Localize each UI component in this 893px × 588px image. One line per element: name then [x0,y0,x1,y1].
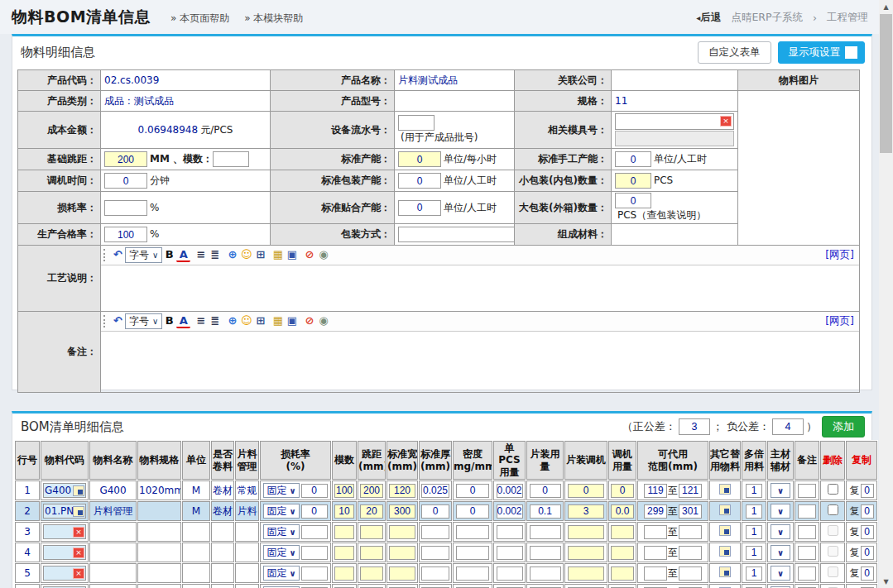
ordered-list-icon[interactable]: ≣ [208,247,222,261]
range-to-input[interactable] [679,504,702,519]
material-code-clear-icon[interactable]: × [73,568,84,579]
copy-link[interactable]: 复 [850,505,860,517]
std-thickness-input[interactable] [421,484,449,498]
adjust-usage-input[interactable] [611,504,634,519]
pcs-usage-input[interactable] [497,566,523,581]
hyperlink-globe-icon[interactable]: ⊕ [225,313,239,327]
delete-checkbox[interactable] [828,504,838,515]
std-thickness-input[interactable] [421,504,449,519]
align-icon[interactable]: ≡ [194,247,208,261]
loss-type-select[interactable]: 固定∨ [263,566,299,581]
breadcrumb-system[interactable]: 点晴ERP子系统 [731,11,803,25]
base-jump-input[interactable] [104,151,147,167]
adjust-usage-input[interactable] [611,566,634,581]
vertical-scrollbar[interactable]: ▲ ▼ [879,0,893,588]
sheet-adjust-input[interactable] [568,504,604,519]
std-thickness-input[interactable] [421,566,449,581]
scrollbar-up-icon[interactable]: ▲ [879,0,893,13]
related-mold-clear-icon[interactable]: × [720,116,732,127]
adjust-usage-input[interactable] [611,484,634,498]
loss-rate-input[interactable] [301,525,328,539]
page-help-link[interactable]: » 本页面帮助 [170,12,229,26]
adjust-usage-input[interactable] [611,525,634,539]
scrollbar-down-icon[interactable]: ▼ [879,575,893,588]
sheet-usage-input[interactable] [530,546,561,560]
row-remark-input[interactable] [798,484,816,498]
copy-link[interactable]: 复 [850,567,860,579]
row-remark-input[interactable] [798,525,816,539]
preview-eye-icon[interactable]: ◉ [316,247,330,261]
loss-rate-input[interactable] [301,566,328,581]
pcs-usage-input[interactable] [497,484,523,498]
loss-type-select[interactable]: 固定∨ [263,483,299,498]
range-from-input[interactable] [644,484,667,498]
neg-tolerance-input[interactable] [772,418,804,435]
alt-material-edit-icon[interactable] [719,525,731,536]
sheet-usage-input[interactable] [530,484,561,498]
material-code-input[interactable]: × [43,566,86,581]
table-edit-icon[interactable]: ⊞ [253,247,267,261]
webpage-link[interactable]: [网页] [825,248,854,262]
large-pack-qty-input[interactable] [615,193,651,208]
small-pack-qty-input[interactable] [615,173,651,189]
std-width-input[interactable] [389,546,415,560]
toolbar-drag-handle-icon[interactable] [103,249,106,261]
back-link[interactable]: ◂后退 [696,11,721,25]
copy-count-input[interactable] [861,546,874,560]
bold-icon[interactable]: B [162,313,176,327]
sheet-usage-input[interactable] [530,504,561,519]
modulus-input[interactable] [213,151,249,167]
density-input[interactable] [456,484,489,498]
loss-rate-input[interactable] [301,504,328,519]
display-settings-button[interactable]: 显示项设置 [778,41,866,64]
jump-distance-input[interactable] [360,484,383,498]
std-pack-capacity-input[interactable] [398,173,441,189]
webpage-link[interactable]: [网页] [825,314,854,328]
save-html-icon[interactable]: ▣ [285,313,299,327]
sheet-adjust-input[interactable] [568,546,604,560]
sheet-adjust-input[interactable] [568,525,604,539]
remark-textarea[interactable] [101,332,859,391]
row-remark-input[interactable] [798,566,816,581]
loss-rate-input[interactable] [301,546,328,560]
copy-link[interactable]: 复 [850,485,860,496]
add-row-button[interactable]: 添加 [822,416,865,437]
density-input[interactable] [456,566,489,581]
range-from-input[interactable] [644,525,667,539]
modulus-input[interactable] [334,504,354,519]
pcs-usage-input[interactable] [497,504,523,519]
emoticon-icon[interactable]: ☺ [239,313,253,327]
loss-type-select[interactable]: 固定∨ [263,504,299,519]
std-width-input[interactable] [389,525,415,539]
alt-material-edit-icon[interactable] [719,566,731,577]
modulus-input[interactable] [334,484,354,498]
copy-link[interactable]: 复 [850,526,860,538]
multi-usage-input[interactable] [746,566,762,581]
pcs-usage-input[interactable] [497,525,523,539]
process-desc-textarea[interactable] [101,265,859,310]
jump-distance-input[interactable] [360,566,383,581]
sheet-adjust-input[interactable] [568,484,604,498]
sheet-usage-input[interactable] [530,566,561,581]
loss-rate-input[interactable] [301,484,328,498]
breadcrumb-module[interactable]: 工程管理 [827,11,868,25]
modulus-input[interactable] [334,525,354,539]
font-color-icon[interactable]: A [176,314,190,328]
multi-usage-input[interactable] [746,525,762,539]
jump-distance-input[interactable] [360,504,383,519]
related-mold-input[interactable]: × [615,113,734,130]
modulus-input[interactable] [334,546,354,560]
copy-count-input[interactable] [861,566,874,581]
hyperlink-globe-icon[interactable]: ⊕ [225,247,239,261]
save-html-icon[interactable]: ▣ [285,247,299,261]
pass-rate-input[interactable] [104,227,147,242]
modulus-input[interactable] [334,566,354,581]
std-thickness-input[interactable] [421,546,449,560]
font-size-select[interactable]: 字号∨ [125,313,162,329]
sheet-adjust-input[interactable] [568,566,604,581]
delete-checkbox[interactable] [828,566,838,577]
copy-count-input[interactable] [861,525,874,539]
font-size-select[interactable]: 字号∨ [125,247,162,263]
row-remark-input[interactable] [798,504,816,519]
copy-count-input[interactable] [861,484,874,498]
